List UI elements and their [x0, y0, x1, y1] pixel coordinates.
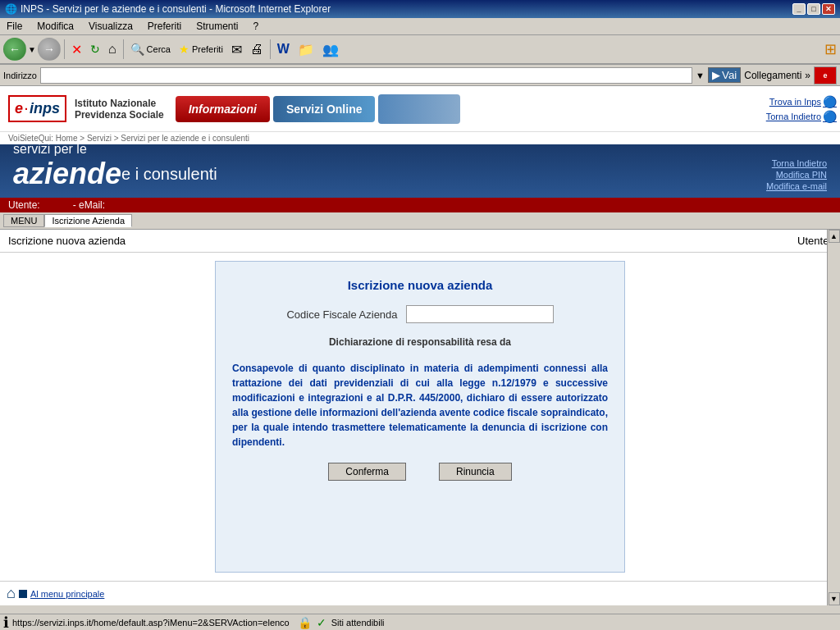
- refresh-icon: ↻: [90, 43, 100, 56]
- form-box: Iscrizione nuova azienda Codice Fiscale …: [215, 261, 625, 573]
- codice-fiscale-label: Codice Fiscale Azienda: [286, 308, 397, 321]
- collegamenti-arrow[interactable]: »: [805, 70, 810, 81]
- toolbar: ← ▼ → ✕ ↻ ⌂ 🔍 Cerca ★ Preferiti ✉ 🖨 W 📁 …: [0, 35, 840, 65]
- maximize-button[interactable]: □: [807, 3, 820, 15]
- content-header-title: Iscrizione nuova azienda: [8, 235, 126, 247]
- vai-label: Vai: [722, 69, 737, 81]
- favorites-button[interactable]: ★ Preferiti: [176, 41, 226, 57]
- menu-help[interactable]: ?: [250, 20, 262, 33]
- content-body: Iscrizione nuova azienda Codice Fiscale …: [0, 253, 840, 581]
- print-icon: 🖨: [250, 42, 263, 57]
- modifica-email-link[interactable]: Modifica e-mail: [766, 181, 827, 191]
- inps-visual-banner: [378, 94, 460, 124]
- search-label: Cerca: [147, 44, 171, 54]
- favorites-label: Preferiti: [192, 44, 223, 54]
- rinuncia-button[interactable]: Rinuncia: [439, 463, 512, 481]
- inps-logo-box[interactable]: e · inps: [8, 95, 66, 122]
- stop-button[interactable]: ✕: [68, 40, 85, 59]
- user-bar: Utente: - eMail:: [0, 198, 840, 212]
- address-label: Indirizzo: [3, 71, 37, 80]
- title-bar-left: 🌐 INPS - Servizi per le aziende e i cons…: [5, 3, 331, 15]
- blue-banner: servizi per le aziende e i consulenti To…: [0, 144, 840, 198]
- back-button[interactable]: ←: [3, 38, 26, 61]
- minimize-button[interactable]: _: [792, 3, 806, 15]
- title-bar-buttons: _ □ ✕: [792, 3, 835, 15]
- scroll-up[interactable]: ▲: [829, 230, 840, 243]
- stop-icon: ✕: [71, 42, 82, 57]
- search-button[interactable]: 🔍 Cerca: [127, 41, 174, 57]
- vai-button[interactable]: ▶ Vai: [708, 67, 741, 83]
- trova-link[interactable]: Trova in Inps 🔵: [769, 95, 837, 108]
- informazioni-button[interactable]: Informazioni: [176, 96, 270, 122]
- menu-preferiti[interactable]: Preferiti: [144, 20, 185, 33]
- separator-3: [270, 39, 271, 59]
- menu-nav-item[interactable]: MENU: [3, 214, 44, 227]
- browser-icon: 🌐: [5, 3, 17, 15]
- search-icon: 🔍: [130, 43, 144, 56]
- banner-suffix: e i consulenti: [121, 165, 217, 184]
- menu-bottom-link-container: Al menu principale: [19, 589, 105, 599]
- inps-right-links: Trova in Inps 🔵 Torna Indietro 🔵: [763, 94, 840, 125]
- address-dropdown[interactable]: ▼: [696, 71, 705, 80]
- windows-logo: ⊞: [824, 40, 837, 58]
- home-icon: ⌂: [108, 42, 116, 57]
- current-page-item[interactable]: Iscrizione Azienda: [44, 214, 132, 227]
- folder-icon: 📁: [298, 42, 314, 57]
- separator-1: [64, 39, 65, 59]
- inps-nav-buttons: Informazioni Servizi Online: [172, 91, 464, 127]
- inps-favicon[interactable]: e: [814, 66, 837, 84]
- people-button[interactable]: 👥: [319, 40, 342, 59]
- folder-button[interactable]: 📁: [294, 40, 317, 59]
- modifica-pin-link[interactable]: Modifica PIN: [776, 170, 827, 180]
- window-title: INPS - Servizi per le aziende e i consul…: [21, 3, 331, 15]
- codice-fiscale-input[interactable]: [406, 305, 554, 323]
- mail-icon: ✉: [231, 42, 242, 57]
- trova-icon: 🔵: [823, 95, 837, 108]
- conferma-button[interactable]: Conferma: [328, 463, 406, 481]
- torna-label: Torna Indietro: [766, 112, 821, 121]
- main-content: Iscrizione nuova azienda Utente: Iscrizi…: [0, 230, 840, 605]
- torna-icon: 🔵: [823, 110, 837, 123]
- collegamenti-label[interactable]: Collegamenti: [744, 70, 801, 81]
- menu-bar: File Modifica Visualizza Preferiti Strum…: [0, 18, 840, 35]
- print-button[interactable]: 🖨: [247, 40, 267, 58]
- dichiarazione-title: Dichiarazione di responsabilità resa da: [329, 336, 511, 348]
- logo-line1: Istituto Nazionale: [75, 98, 164, 109]
- scroll-down[interactable]: ▼: [829, 592, 840, 605]
- menu-strumenti[interactable]: Strumenti: [193, 20, 241, 33]
- servizi-online-button[interactable]: Servizi Online: [273, 96, 376, 122]
- word-button[interactable]: W: [274, 40, 293, 58]
- banner-aziende: aziende: [13, 157, 121, 191]
- separator-2: [123, 39, 124, 59]
- banner-title: servizi per le aziende e i consulenti: [13, 142, 217, 191]
- inps-favicon-text: e: [823, 71, 827, 80]
- torna-link[interactable]: Torna Indietro 🔵: [766, 110, 837, 123]
- home-button[interactable]: ⌂: [105, 40, 120, 58]
- form-buttons: Conferma Rinuncia: [328, 463, 511, 481]
- logo-e: e: [15, 100, 23, 117]
- banner-title-row: aziende e i consulenti: [13, 157, 217, 191]
- vai-arrow: ▶: [712, 69, 720, 81]
- home-bottom-icon: ⌂: [7, 585, 16, 602]
- logo-line2: Previdenza Sociale: [75, 109, 164, 121]
- logo-dot: ·: [25, 103, 28, 116]
- inps-logo: e · inps Istituto Nazionale Previdenza S…: [0, 92, 172, 126]
- forward-button[interactable]: →: [38, 38, 61, 61]
- menu-visualizza[interactable]: Visualizza: [85, 20, 136, 33]
- title-bar: 🌐 INPS - Servizi per le aziende e i cons…: [0, 0, 840, 18]
- al-menu-principale-link[interactable]: Al menu principale: [30, 589, 105, 599]
- address-input[interactable]: [40, 67, 692, 84]
- close-button[interactable]: ✕: [822, 3, 835, 15]
- scrollbar[interactable]: ▲ ▼: [827, 230, 840, 605]
- banner-title-small: servizi per le: [13, 142, 217, 157]
- back-dropdown[interactable]: ▼: [28, 45, 36, 54]
- content-wrapper: Iscrizione nuova azienda Utente: Iscrizi…: [0, 230, 840, 605]
- menu-modifica[interactable]: Modifica: [34, 20, 77, 33]
- form-title: Iscrizione nuova azienda: [348, 278, 493, 292]
- address-bar: Indirizzo ▼ ▶ Vai Collegamenti » e: [0, 65, 840, 86]
- menu-file[interactable]: File: [3, 20, 25, 33]
- refresh-button[interactable]: ↻: [87, 41, 103, 57]
- logo-inps: inps: [30, 100, 60, 117]
- torna-indietro-link[interactable]: Torna Indietro: [772, 158, 827, 168]
- mail-button[interactable]: ✉: [228, 40, 245, 59]
